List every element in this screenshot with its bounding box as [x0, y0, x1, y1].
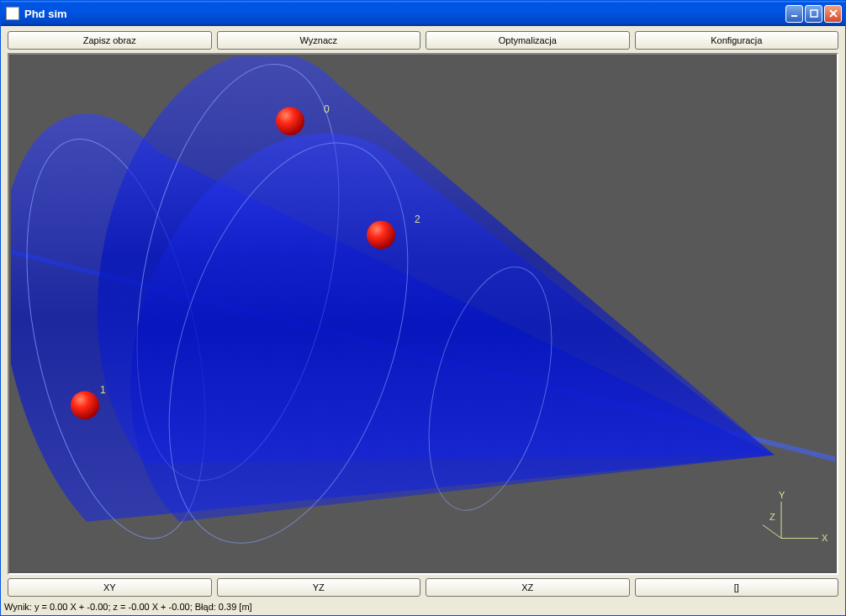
axis-gizmo: X Y Z [763, 490, 828, 543]
point-1 [71, 391, 99, 419]
view-reset-button[interactable]: [] [635, 578, 839, 597]
configure-button[interactable]: Konfiguracja [635, 31, 839, 50]
save-image-button[interactable]: Zapisz obraz [8, 31, 212, 50]
maximize-button[interactable] [805, 5, 822, 23]
window-title: Phd sim [24, 8, 785, 20]
point-2-label: 2 [415, 213, 420, 225]
status-bar: Wynik: y = 0.00 X + -0.00; z = -0.00 X +… [1, 600, 845, 615]
svg-text:Y: Y [779, 490, 785, 500]
svg-rect-0 [791, 15, 797, 17]
point-2 [367, 221, 395, 250]
3d-viewport[interactable]: 0 1 2 X Y Z [11, 56, 835, 571]
svg-text:X: X [822, 533, 828, 543]
status-text: Wynik: y = 0.00 X + -0.00; z = -0.00 X +… [4, 602, 252, 612]
viewport-frame: 0 1 2 X Y Z [8, 53, 838, 575]
svg-rect-1 [811, 10, 817, 17]
bottom-button-row: XY YZ XZ [] [8, 578, 838, 597]
close-button[interactable] [824, 5, 842, 23]
minimize-button[interactable] [785, 5, 803, 23]
view-xy-button[interactable]: XY [8, 578, 212, 597]
point-0-label: 0 [324, 103, 330, 115]
point-1-label: 1 [100, 384, 106, 396]
window-titlebar[interactable]: Phd sim [1, 1, 845, 26]
svg-line-8 [763, 525, 781, 539]
compute-button[interactable]: Wyznacz [217, 31, 421, 50]
view-yz-button[interactable]: YZ [217, 578, 421, 597]
app-icon [6, 7, 19, 20]
svg-text:Z: Z [769, 512, 775, 522]
point-0 [276, 107, 304, 135]
optimize-button[interactable]: Optymalizacja [426, 31, 630, 50]
view-xz-button[interactable]: XZ [426, 578, 630, 597]
top-button-row: Zapisz obraz Wyznacz Optymalizacja Konfi… [8, 31, 838, 50]
